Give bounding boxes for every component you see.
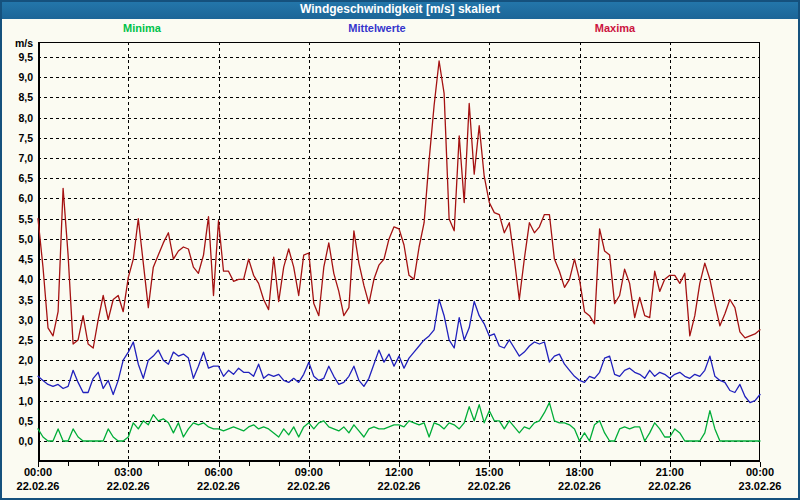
x-tick-time-label: 09:00 [295, 466, 323, 478]
legend-minima: Minima [123, 22, 161, 34]
x-tick-date-label: 22.02.26 [197, 480, 240, 492]
y-tick-label: 4,0 [18, 273, 33, 285]
y-axis-unit-label: m/s [15, 37, 33, 49]
y-tick-label: 1,0 [18, 395, 33, 407]
title-bar: Windgeschwindigkeit [m/s] skaliert [0, 0, 800, 19]
y-tick-label: 8,5 [18, 91, 33, 103]
y-tick-label: 5,0 [18, 233, 33, 245]
y-tick-label: 6,0 [18, 192, 33, 204]
wind-speed-chart: 0,00,51,01,52,02,53,03,54,04,55,05,56,06… [38, 42, 760, 462]
x-tick-date-label: 23.02.26 [739, 480, 782, 492]
y-tick-label: 4,5 [18, 253, 33, 265]
y-tick-label: 0,5 [18, 415, 33, 427]
x-tick-date-label: 22.02.26 [17, 480, 60, 492]
y-tick-label: 9,5 [18, 51, 33, 63]
y-tick-label: 5,5 [18, 213, 33, 225]
y-tick-label: 8,0 [18, 112, 33, 124]
x-tick-date-label: 22.02.26 [648, 480, 691, 492]
x-tick-time-label: 21:00 [656, 466, 684, 478]
y-tick-label: 7,5 [18, 132, 33, 144]
x-tick-time-label: 00:00 [24, 466, 52, 478]
y-tick-label: 0,0 [18, 435, 33, 447]
y-tick-label: 3,5 [18, 294, 33, 306]
y-tick-label: 1,5 [18, 374, 33, 386]
x-tick-time-label: 15:00 [475, 466, 503, 478]
y-tick-label: 9,0 [18, 71, 33, 83]
x-tick-date-label: 22.02.26 [287, 480, 330, 492]
y-tick-label: 7,0 [18, 152, 33, 164]
legend-maxima: Maxima [595, 22, 635, 34]
x-tick-date-label: 22.02.26 [558, 480, 601, 492]
x-tick-date-label: 22.02.26 [107, 480, 150, 492]
x-tick-date-label: 22.02.26 [378, 480, 421, 492]
legend-mittelwerte: Mittelwerte [348, 22, 405, 34]
x-tick-time-label: 18:00 [565, 466, 593, 478]
y-tick-label: 3,0 [18, 314, 33, 326]
x-tick-date-label: 22.02.26 [468, 480, 511, 492]
x-tick-time-label: 06:00 [204, 466, 232, 478]
window-title: Windgeschwindigkeit [m/s] skaliert [300, 2, 500, 16]
y-tick-label: 2,5 [18, 334, 33, 346]
x-tick-time-label: 12:00 [385, 466, 413, 478]
x-tick-time-label: 00:00 [746, 466, 774, 478]
y-tick-label: 2,0 [18, 354, 33, 366]
app-window: Windgeschwindigkeit [m/s] skaliert Minim… [0, 0, 800, 500]
x-tick-time-label: 03:00 [114, 466, 142, 478]
y-tick-label: 6,5 [18, 172, 33, 184]
